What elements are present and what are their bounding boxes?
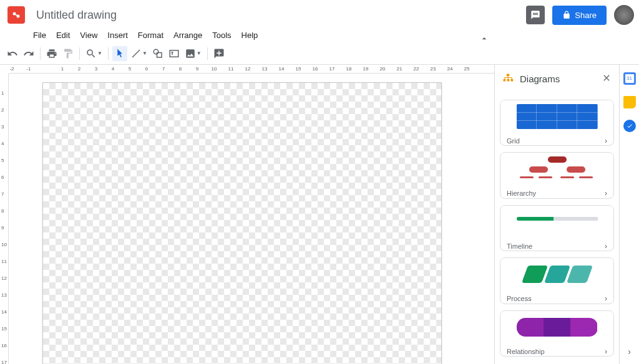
diagram-category-timeline[interactable]: Timeline› (500, 205, 614, 251)
diagram-label: Timeline (507, 242, 532, 250)
add-comment-button[interactable] (212, 46, 227, 61)
chevron-up-icon (479, 34, 489, 44)
close-panel-button[interactable] (602, 73, 612, 85)
undo-button[interactable] (5, 46, 20, 61)
calendar-app-icon[interactable]: 31 (623, 72, 636, 85)
sidepanel-title: Diagrams (520, 74, 595, 84)
menubar: File Edit View Insert Format Arrange Too… (0, 27, 639, 42)
drawing-canvas[interactable] (42, 82, 442, 364)
chevron-right-icon: › (605, 347, 607, 356)
app-header: Untitled drawing Share (0, 0, 639, 27)
right-side-rail: 31 › (619, 65, 639, 364)
comments-button[interactable] (526, 6, 545, 24)
menu-arrange[interactable]: Arrange (169, 29, 207, 41)
toolbar: ▼ ▼ ▼ (0, 42, 639, 65)
menu-tools[interactable]: Tools (208, 29, 235, 41)
diagram-label: Relationship (507, 348, 545, 355)
diagram-preview (500, 206, 613, 238)
diagrams-panel: Diagrams Grid›Hierarchy›Timeline›Process… (494, 65, 619, 364)
svg-rect-10 (504, 79, 506, 82)
collapse-toolbar-button[interactable] (477, 31, 492, 46)
diagram-category-relationship[interactable]: Relationship› (500, 310, 614, 357)
canvas-area: -2-1123456789101112131415161718192021222… (0, 65, 494, 364)
svg-line-2 (15, 14, 17, 16)
menu-file[interactable]: File (29, 29, 51, 41)
svg-rect-11 (507, 79, 510, 82)
chevron-right-icon: › (605, 242, 607, 251)
image-button[interactable]: ▼ (183, 46, 203, 61)
chevron-right-icon: › (605, 294, 607, 303)
avatar[interactable] (614, 5, 634, 25)
zoom-button[interactable]: ▼ (84, 46, 104, 61)
menu-help[interactable]: Help (237, 29, 263, 41)
app-icon[interactable] (5, 4, 27, 26)
tasks-app-icon[interactable] (623, 120, 636, 132)
share-button[interactable]: Share (552, 6, 607, 25)
diagram-label: Process (507, 295, 532, 302)
menu-view[interactable]: View (76, 29, 102, 41)
print-button[interactable] (44, 46, 59, 61)
diagram-category-hierarchy[interactable]: Hierarchy› (500, 152, 614, 198)
diagrams-icon (502, 73, 514, 84)
shape-button[interactable] (150, 46, 165, 61)
chevron-right-icon: › (605, 189, 607, 198)
redo-button[interactable] (21, 46, 36, 61)
diagram-label: Grid (507, 137, 520, 145)
diagram-preview (500, 153, 613, 185)
horizontal-ruler: -2-1123456789101112131415161718192021222… (9, 65, 494, 74)
menu-insert[interactable]: Insert (103, 29, 132, 41)
textbox-button[interactable] (167, 46, 182, 61)
svg-rect-12 (511, 79, 514, 82)
paint-format-button[interactable] (61, 46, 76, 61)
vertical-ruler: 12345678910111213141516171819 (0, 74, 9, 364)
chevron-right-icon: › (605, 136, 607, 145)
lock-icon (562, 11, 571, 19)
svg-point-4 (154, 49, 159, 54)
diagram-preview (500, 258, 613, 290)
rail-expand-button[interactable]: › (628, 347, 631, 357)
menu-edit[interactable]: Edit (52, 29, 74, 41)
keep-app-icon[interactable] (623, 96, 636, 108)
document-title[interactable]: Untitled drawing (32, 7, 120, 23)
svg-line-3 (132, 50, 140, 57)
diagram-preview (500, 311, 613, 343)
svg-rect-9 (507, 74, 510, 77)
diagram-category-grid[interactable]: Grid› (500, 100, 614, 146)
diagram-preview (500, 100, 613, 133)
line-button[interactable]: ▼ (129, 46, 149, 61)
menu-format[interactable]: Format (134, 29, 168, 41)
svg-rect-6 (170, 50, 178, 57)
diagram-category-process[interactable]: Process› (500, 257, 614, 304)
diagram-label: Hierarchy (507, 189, 536, 197)
select-button[interactable] (112, 46, 127, 61)
